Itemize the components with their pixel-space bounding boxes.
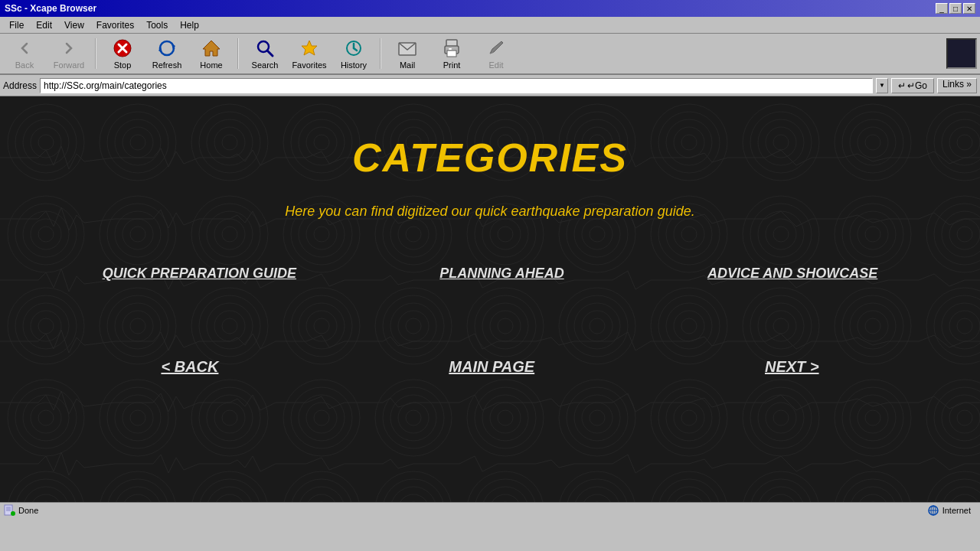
status-zone: Internet (942, 506, 971, 515)
toolbar: Back Forward Stop Refresh (0, 34, 980, 75)
nav-main[interactable]: MAIN PAGE (449, 358, 534, 376)
mail-icon (397, 37, 418, 59)
minimize-button[interactable]: _ (936, 3, 948, 14)
home-button[interactable]: Home (190, 36, 233, 71)
branding-area (946, 38, 977, 69)
svg-marker-8 (302, 41, 317, 55)
categories-row: QUICK PREPARATION GUIDE PLANNING AHEAD A… (0, 266, 980, 282)
internet-icon (927, 504, 939, 517)
svg-marker-5 (203, 41, 220, 56)
svg-line-11 (354, 48, 357, 51)
status-left: Done (3, 504, 38, 517)
search-icon (254, 37, 276, 59)
status-right: Internet (927, 504, 977, 517)
category-advice-showcase[interactable]: ADVICE AND SHOWCASE (707, 266, 877, 282)
window-title: SSc - Xcape Browser (5, 3, 96, 14)
history-icon (343, 37, 364, 59)
stop-icon (112, 37, 133, 59)
svg-rect-16 (449, 48, 452, 50)
back-button[interactable]: Back (3, 36, 46, 71)
favorites-icon (299, 37, 320, 59)
status-bar: Done Internet (0, 502, 980, 517)
page-title: CATEGORIES (352, 135, 628, 181)
history-button[interactable]: History (332, 36, 375, 71)
maximize-button[interactable]: □ (949, 3, 962, 14)
menu-favorites[interactable]: Favorites (90, 18, 140, 32)
toolbar-separator-2 (237, 38, 239, 69)
menu-view[interactable]: View (58, 18, 90, 32)
menu-bar: File Edit View Favorites Tools Help (0, 17, 980, 34)
search-button[interactable]: Search (243, 36, 286, 71)
svg-marker-17 (490, 41, 503, 54)
page-subtitle: Here you can find digitized our quick ea… (285, 204, 694, 220)
menu-help[interactable]: Help (174, 18, 205, 32)
nav-back[interactable]: < BACK (161, 358, 218, 376)
address-input[interactable] (40, 78, 873, 93)
print-button[interactable]: Print (430, 36, 473, 71)
back-icon (14, 37, 35, 59)
toolbar-separator-1 (95, 38, 96, 69)
home-icon (201, 37, 222, 59)
forward-icon (58, 37, 80, 59)
browser-content: CATEGORIES Here you can find digitized o… (0, 96, 980, 502)
mail-button[interactable]: Mail (386, 36, 429, 71)
svg-rect-15 (447, 51, 456, 57)
nav-row: < BACK MAIN PAGE NEXT > (0, 358, 980, 376)
window-controls: _ □ ✕ (936, 3, 975, 14)
stop-button[interactable]: Stop (101, 36, 144, 71)
go-button[interactable]: ↵ ↵Go (891, 78, 934, 93)
address-bar: Address ▼ ↵ ↵Go Links » (0, 75, 980, 96)
menu-file[interactable]: File (3, 18, 30, 32)
category-planning-ahead[interactable]: PLANNING AHEAD (439, 266, 564, 282)
page-content: CATEGORIES Here you can find digitized o… (0, 96, 980, 376)
favorites-button[interactable]: Favorites (288, 36, 331, 71)
go-arrow-icon: ↵ (898, 80, 906, 91)
title-bar: SSc - Xcape Browser _ □ ✕ (0, 0, 980, 17)
category-quick-prep[interactable]: QUICK PREPARATION GUIDE (103, 266, 296, 282)
forward-button[interactable]: Forward (47, 36, 90, 71)
refresh-button[interactable]: Refresh (145, 36, 188, 71)
edit-icon (485, 37, 507, 59)
address-dropdown[interactable]: ▼ (876, 78, 888, 93)
toolbar-separator-3 (380, 38, 381, 69)
nav-next[interactable]: NEXT > (765, 358, 819, 376)
print-icon (441, 37, 462, 59)
status-page-icon (3, 504, 15, 517)
svg-line-7 (267, 51, 273, 56)
edit-button[interactable]: Edit (475, 36, 518, 71)
status-text: Done (18, 506, 38, 515)
close-button[interactable]: ✕ (963, 3, 975, 14)
menu-tools[interactable]: Tools (140, 18, 174, 32)
menu-edit[interactable]: Edit (30, 18, 58, 32)
refresh-icon (156, 37, 178, 59)
address-label: Address (3, 80, 37, 91)
links-button[interactable]: Links » (937, 78, 977, 93)
svg-point-29 (11, 511, 15, 516)
